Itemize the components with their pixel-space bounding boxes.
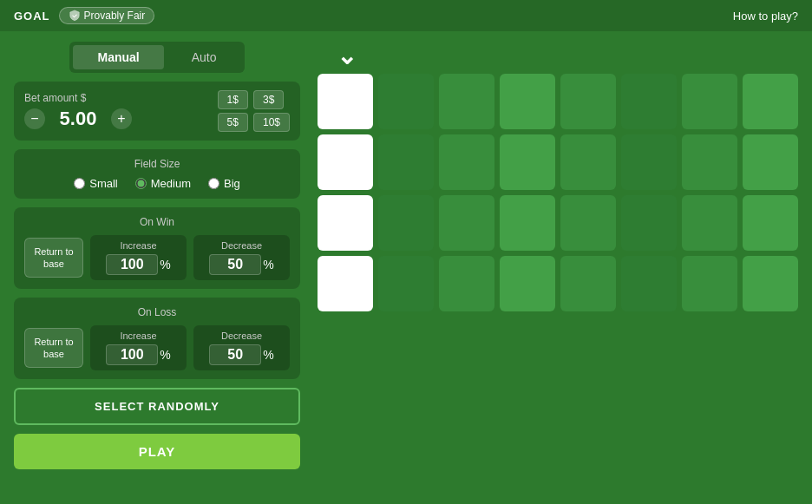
- bet-amount-row: Bet amount $ − 5.00 + 1$ 3$ 5$ 10$: [24, 90, 290, 132]
- quick-bet-3[interactable]: 3$: [253, 90, 284, 109]
- on-win-row: Return tobase Increase % Decrease %: [24, 235, 290, 280]
- grid-cell-r2-c2[interactable]: [439, 195, 494, 251]
- on-win-increase-box: Increase %: [90, 235, 187, 280]
- grid-cell-r2-c5[interactable]: [621, 195, 677, 251]
- grid-cell-r3-c3[interactable]: [500, 256, 555, 311]
- grid-cell-r1-c2[interactable]: [439, 134, 494, 190]
- on-win-title: On Win: [24, 216, 290, 228]
- grid-cell-r1-c6[interactable]: [682, 134, 737, 190]
- bet-value: 5.00: [52, 108, 104, 130]
- grid-cell-r0-c6[interactable]: [682, 74, 737, 129]
- on-loss-increase-input[interactable]: [106, 344, 158, 365]
- on-loss-increase-box: Increase %: [90, 325, 187, 370]
- select-randomly-button[interactable]: SELECT RANDOMLY: [14, 388, 300, 425]
- on-win-increase-input[interactable]: [106, 254, 158, 275]
- grid-cell-r1-c7[interactable]: [743, 134, 798, 190]
- on-loss-inc-dec-group: Increase % Decrease %: [90, 325, 290, 370]
- grid-cell-r2-c6[interactable]: [682, 195, 737, 251]
- on-win-return-base-button[interactable]: Return tobase: [24, 238, 83, 278]
- on-win-panel: On Win Return tobase Increase % Decrease: [14, 207, 300, 289]
- on-loss-title: On Loss: [24, 306, 290, 318]
- provably-fair-label: Provably Fair: [84, 10, 146, 22]
- on-win-decrease-value-row: %: [200, 254, 283, 275]
- on-loss-decrease-pct: %: [263, 348, 273, 362]
- chevron-icon: ⌄: [337, 42, 357, 70]
- grid-cell-r0-c4[interactable]: [560, 74, 616, 129]
- grid-cell-r0-c2[interactable]: [439, 74, 494, 129]
- on-win-decrease-label: Decrease: [200, 240, 283, 251]
- radio-medium[interactable]: [135, 178, 147, 189]
- field-size-medium[interactable]: Medium: [135, 177, 191, 190]
- on-loss-decrease-box: Decrease %: [193, 325, 290, 370]
- field-size-big[interactable]: Big: [208, 177, 240, 190]
- quick-bets: 1$ 3$ 5$ 10$: [218, 90, 290, 132]
- on-win-inc-dec-group: Increase % Decrease %: [90, 235, 290, 280]
- grid-cell-r0-c1[interactable]: [378, 74, 434, 129]
- grid-cell-r3-c1[interactable]: [378, 256, 434, 311]
- field-size-small[interactable]: Small: [74, 177, 118, 190]
- grid-cell-r3-c5[interactable]: [621, 256, 677, 311]
- field-size-title: Field Size: [24, 158, 290, 170]
- grid-cell-r3-c7[interactable]: [743, 256, 798, 311]
- quick-bets-row-2: 5$ 10$: [218, 113, 290, 132]
- field-size-small-label: Small: [89, 177, 118, 190]
- field-size-panel: Field Size Small Medium Big: [14, 149, 300, 199]
- on-win-increase-value-row: %: [97, 254, 180, 275]
- quick-bet-10[interactable]: 10$: [253, 113, 290, 132]
- grid-cell-r1-c0[interactable]: [318, 134, 373, 190]
- grid-cell-r2-c4[interactable]: [560, 195, 616, 251]
- on-loss-increase-pct: %: [160, 348, 170, 362]
- grid-cell-r0-c3[interactable]: [500, 74, 555, 129]
- on-loss-decrease-value-row: %: [200, 344, 283, 365]
- game-grid[interactable]: [318, 74, 798, 311]
- on-win-increase-label: Increase: [97, 240, 180, 251]
- quick-bets-row-1: 1$ 3$: [218, 90, 290, 109]
- grid-cell-r1-c1[interactable]: [378, 134, 434, 190]
- on-loss-decrease-input[interactable]: [209, 344, 261, 365]
- right-panel: ⌄: [318, 42, 798, 494]
- bet-amount-left: Bet amount $ − 5.00 +: [24, 92, 132, 130]
- on-loss-increase-label: Increase: [97, 331, 180, 341]
- grid-cell-r3-c0[interactable]: [318, 256, 373, 311]
- on-win-decrease-input[interactable]: [209, 254, 261, 275]
- grid-cell-r2-c7[interactable]: [743, 195, 798, 251]
- grid-cell-r3-c4[interactable]: [560, 256, 616, 311]
- play-button[interactable]: PLAY: [14, 434, 300, 469]
- left-panel: Manual Auto Bet amount $ − 5.00 + 1$ 3$: [14, 42, 300, 494]
- bet-decrement-button[interactable]: −: [24, 108, 45, 129]
- grid-cell-r1-c4[interactable]: [560, 134, 616, 190]
- on-loss-return-base-button[interactable]: Return tobase: [24, 328, 83, 369]
- grid-cell-r2-c3[interactable]: [500, 195, 555, 251]
- bet-increment-button[interactable]: +: [111, 108, 132, 129]
- on-loss-panel: On Loss Return tobase Increase % Decreas…: [14, 298, 300, 379]
- on-win-increase-pct: %: [160, 258, 170, 272]
- grid-cell-r2-c0[interactable]: [318, 195, 373, 251]
- grid-cell-r1-c5[interactable]: [621, 134, 677, 190]
- grid-cell-r1-c3[interactable]: [500, 134, 555, 190]
- tab-manual[interactable]: Manual: [73, 45, 163, 69]
- field-size-big-label: Big: [224, 177, 240, 190]
- field-size-radio-group: Small Medium Big: [24, 177, 290, 190]
- on-win-decrease-pct: %: [263, 258, 273, 272]
- tab-auto[interactable]: Auto: [167, 45, 241, 69]
- grid-cell-r3-c2[interactable]: [439, 256, 494, 311]
- provably-fair-button[interactable]: Provably Fair: [59, 7, 155, 24]
- grid-cell-r2-c1[interactable]: [378, 195, 434, 251]
- bet-control: − 5.00 +: [24, 108, 132, 130]
- on-loss-increase-value-row: %: [97, 344, 180, 365]
- radio-small[interactable]: [74, 178, 85, 189]
- on-loss-decrease-label: Decrease: [200, 331, 283, 341]
- on-loss-row: Return tobase Increase % Decrease %: [24, 325, 290, 370]
- goal-label: GOAL: [14, 10, 50, 23]
- grid-cell-r3-c6[interactable]: [682, 256, 737, 311]
- tab-group: Manual Auto: [69, 42, 244, 73]
- bet-label: Bet amount $: [24, 92, 132, 104]
- grid-cell-r0-c7[interactable]: [743, 74, 798, 129]
- grid-cell-r0-c5[interactable]: [621, 74, 677, 129]
- radio-big[interactable]: [208, 178, 219, 189]
- on-win-decrease-box: Decrease %: [193, 235, 290, 280]
- quick-bet-5[interactable]: 5$: [218, 113, 248, 132]
- quick-bet-1[interactable]: 1$: [218, 90, 248, 109]
- grid-cell-r0-c0[interactable]: [318, 74, 373, 129]
- how-to-play-link[interactable]: How to play?: [733, 10, 798, 23]
